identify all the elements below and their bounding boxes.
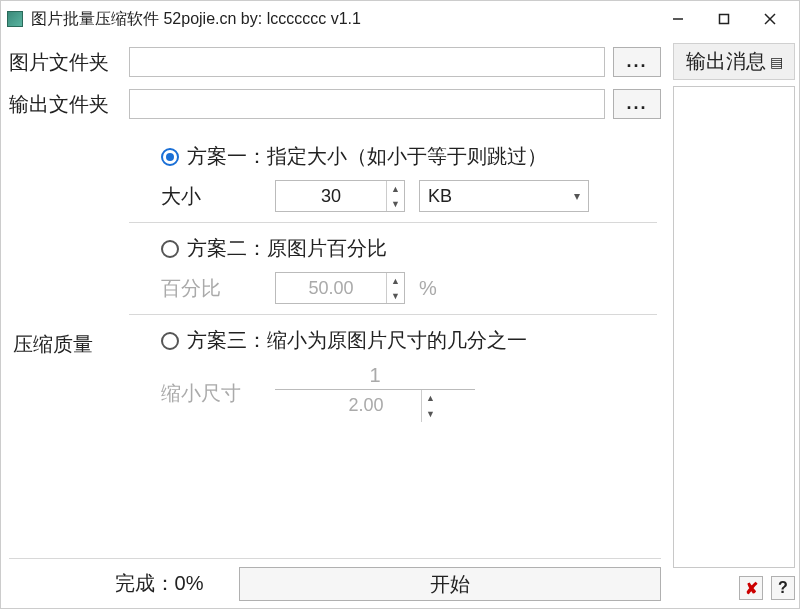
scheme-2-block: 方案二：原图片百分比 百分比 50.00 ▲ ▼ %: [129, 223, 657, 315]
size-spin[interactable]: 30 ▲ ▼: [275, 180, 405, 212]
output-folder-row: 输出文件夹 ...: [9, 89, 661, 119]
output-log-box[interactable]: [673, 86, 795, 568]
close-icon: ✘: [745, 579, 758, 598]
scheme-3-radio-label: 方案三：缩小为原图片尺寸的几分之一: [187, 327, 527, 354]
clear-log-button[interactable]: ✘: [739, 576, 763, 600]
image-folder-browse-button[interactable]: ...: [613, 47, 661, 77]
close-button[interactable]: [747, 3, 793, 35]
shrink-fraction: 1 2.00 ▲ ▼: [275, 364, 475, 422]
shrink-denominator: 2.00: [311, 390, 421, 422]
log-append-icon: ▤: [770, 54, 783, 70]
main-panel: 图片文件夹 ... 输出文件夹 ... 压缩质量 方案一：指定大小（如小于等于则…: [1, 37, 669, 608]
percent-spin-down-icon: ▼: [387, 288, 404, 303]
scheme-1-radio-row[interactable]: 方案一：指定大小（如小于等于则跳过）: [129, 137, 657, 180]
scheme-3-radio[interactable]: [161, 332, 179, 350]
svg-rect-1: [720, 15, 729, 24]
percent-spin: 50.00 ▲ ▼: [275, 272, 405, 304]
shrink-label: 缩小尺寸: [161, 380, 261, 407]
size-label: 大小: [161, 183, 261, 210]
chevron-down-icon: ▾: [574, 189, 580, 203]
scheme-2-radio-label: 方案二：原图片百分比: [187, 235, 387, 262]
minimize-button[interactable]: [655, 3, 701, 35]
percent-label: 百分比: [161, 275, 261, 302]
image-folder-input[interactable]: [129, 47, 605, 77]
shrink-denominator-spin: 2.00 ▲ ▼: [311, 390, 439, 422]
scheme-1-radio[interactable]: [161, 148, 179, 166]
percent-unit: %: [419, 277, 437, 300]
size-unit-combo[interactable]: KB ▾: [419, 180, 589, 212]
output-log-header-label: 输出消息: [686, 48, 766, 75]
shrink-numerator: 1: [369, 364, 380, 389]
output-folder-label: 输出文件夹: [9, 91, 129, 118]
shrink-spin-down-icon: ▼: [422, 406, 439, 422]
size-unit-value: KB: [428, 186, 452, 207]
percent-spin-up-icon: ▲: [387, 273, 404, 288]
progress-label: 完成：0%: [9, 570, 229, 597]
scheme-3-radio-row[interactable]: 方案三：缩小为原图片尺寸的几分之一: [129, 321, 657, 364]
scheme-1-radio-label: 方案一：指定大小（如小于等于则跳过）: [187, 143, 547, 170]
output-log-header: 输出消息 ▤: [673, 43, 795, 80]
size-spin-down-icon[interactable]: ▼: [387, 196, 404, 211]
size-value[interactable]: 30: [276, 181, 386, 211]
app-icon: [7, 11, 23, 27]
title-bar: 图片批量压缩软件 52pojie.cn by: lccccccc v1.1: [1, 1, 799, 37]
maximize-button[interactable]: [701, 3, 747, 35]
window-title: 图片批量压缩软件 52pojie.cn by: lccccccc v1.1: [31, 9, 361, 30]
image-folder-row: 图片文件夹 ...: [9, 47, 661, 77]
help-button[interactable]: ?: [771, 576, 795, 600]
scheme-2-radio-row[interactable]: 方案二：原图片百分比: [129, 229, 657, 272]
percent-value: 50.00: [276, 273, 386, 303]
output-folder-browse-button[interactable]: ...: [613, 89, 661, 119]
image-folder-label: 图片文件夹: [9, 49, 129, 76]
scheme-1-block: 方案一：指定大小（如小于等于则跳过） 大小 30 ▲ ▼ KB: [129, 131, 657, 223]
footer-row: 完成：0% 开始: [9, 558, 661, 600]
scheme-2-radio[interactable]: [161, 240, 179, 258]
side-panel: 输出消息 ▤ ✘ ?: [669, 37, 799, 608]
output-folder-input[interactable]: [129, 89, 605, 119]
compression-quality-label: 压缩质量: [9, 131, 129, 558]
size-spin-up-icon[interactable]: ▲: [387, 181, 404, 196]
shrink-spin-up-icon: ▲: [422, 390, 439, 406]
start-button[interactable]: 开始: [239, 567, 661, 601]
help-icon: ?: [778, 579, 788, 597]
scheme-3-block: 方案三：缩小为原图片尺寸的几分之一 缩小尺寸 1 2.00 ▲: [129, 315, 657, 432]
